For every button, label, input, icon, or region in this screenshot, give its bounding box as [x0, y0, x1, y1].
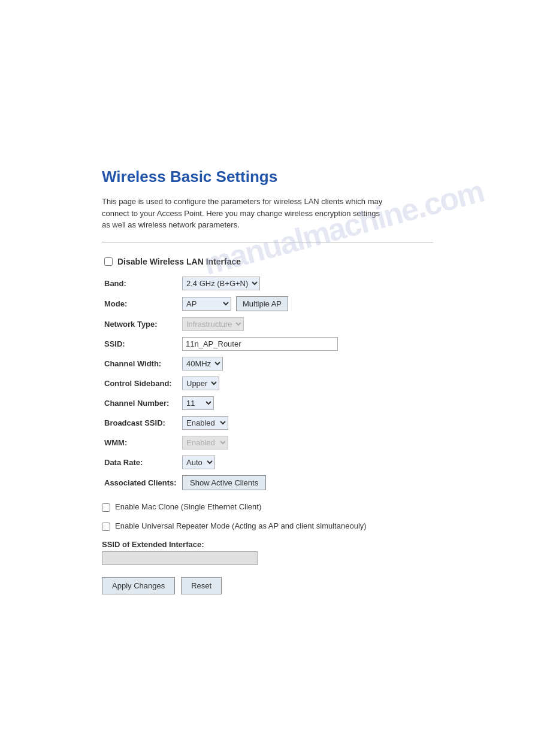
mode-label: Mode: [102, 293, 180, 314]
band-select[interactable]: 2.4 GHz (B+G+N) [182, 277, 260, 290]
network-type-row: Network Type: Infrastructure Ad-hoc [102, 314, 433, 334]
associated-clients-label: Associated Clients: [102, 472, 180, 493]
show-active-clients-button[interactable]: Show Active Clients [182, 475, 266, 490]
control-sideband-row: Control Sideband: Upper Lower [102, 374, 433, 393]
broadcast-ssid-select[interactable]: Enabled Disabled [182, 416, 228, 430]
universal-repeater-row: Enable Universal Repeater Mode (Acting a… [102, 518, 433, 534]
ssid-input[interactable] [182, 337, 338, 351]
ssid-label: SSID: [102, 334, 180, 354]
band-row: Band: 2.4 GHz (B+G+N) [102, 274, 433, 293]
band-label: Band: [102, 274, 180, 293]
page-title: Wireless Basic Settings [102, 168, 433, 186]
page-description: This page is used to configure the param… [102, 196, 389, 231]
mac-clone-checkbox[interactable] [102, 503, 110, 512]
data-rate-row: Data Rate: Auto 1M2M5.5M 11M6M9M 12M18M2… [102, 453, 433, 472]
control-sideband-label: Control Sideband: [102, 374, 180, 393]
disable-wireless-row: Disable Wireless LAN Interface [102, 252, 433, 274]
mac-clone-row: Enable Mac Clone (Single Ethernet Client… [102, 499, 433, 515]
ssid-extended-section: SSID of Extended Interface: [102, 540, 433, 565]
wmm-row: WMM: Enabled Disabled [102, 433, 433, 453]
ssid-row: SSID: [102, 334, 433, 354]
apply-changes-button[interactable]: Apply Changes [102, 577, 175, 594]
data-rate-select[interactable]: Auto 1M2M5.5M 11M6M9M 12M18M24M 36M48M54… [182, 456, 215, 469]
broadcast-ssid-label: Broadcast SSID: [102, 413, 180, 433]
mode-row: Mode: AP Client WDS AP+WDS Multiple AP [102, 293, 433, 314]
settings-form: Disable Wireless LAN Interface Band: 2.4… [102, 252, 433, 493]
channel-width-row: Channel Width: 40MHz 20MHz [102, 354, 433, 374]
control-sideband-select[interactable]: Upper Lower [182, 377, 219, 390]
channel-width-label: Channel Width: [102, 354, 180, 374]
associated-clients-row: Associated Clients: Show Active Clients [102, 472, 433, 493]
network-type-label: Network Type: [102, 314, 180, 334]
network-type-select[interactable]: Infrastructure Ad-hoc [182, 317, 244, 331]
channel-number-select[interactable]: 123 456 789 101112 13Auto [182, 396, 214, 410]
channel-width-select[interactable]: 40MHz 20MHz [182, 357, 223, 371]
multiple-ap-button[interactable]: Multiple AP [236, 296, 288, 311]
disable-wireless-checkbox[interactable] [104, 257, 113, 266]
action-row: Apply Changes Reset [102, 577, 433, 594]
data-rate-label: Data Rate: [102, 453, 180, 472]
reset-button[interactable]: Reset [181, 577, 222, 594]
mode-select[interactable]: AP Client WDS AP+WDS [182, 297, 231, 311]
ssid-extended-label: SSID of Extended Interface: [102, 540, 433, 549]
broadcast-ssid-row: Broadcast SSID: Enabled Disabled [102, 413, 433, 433]
universal-repeater-label: Enable Universal Repeater Mode (Acting a… [115, 521, 367, 530]
disable-wireless-label: Disable Wireless LAN Interface [117, 257, 241, 266]
channel-number-row: Channel Number: 123 456 789 101112 13Aut… [102, 393, 433, 413]
mac-clone-label: Enable Mac Clone (Single Ethernet Client… [115, 502, 261, 511]
wmm-select[interactable]: Enabled Disabled [182, 436, 228, 450]
universal-repeater-checkbox[interactable] [102, 523, 110, 531]
channel-number-label: Channel Number: [102, 393, 180, 413]
wmm-label: WMM: [102, 433, 180, 453]
section-divider [102, 242, 433, 242]
ssid-extended-input[interactable] [102, 551, 258, 565]
